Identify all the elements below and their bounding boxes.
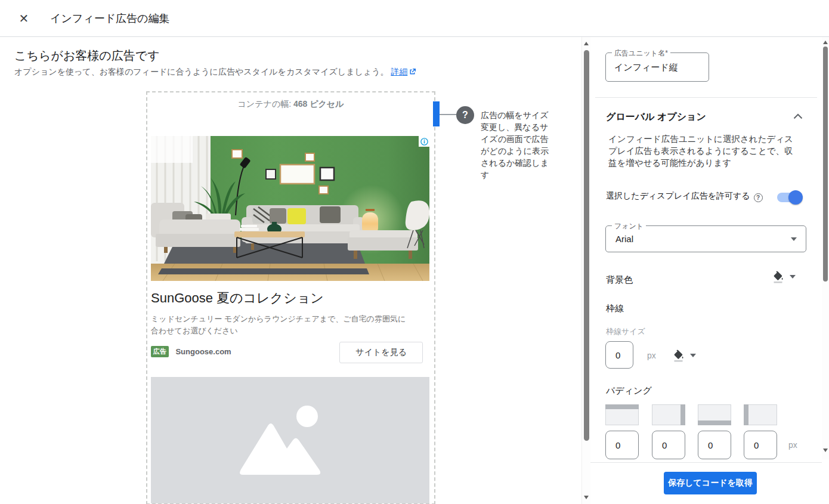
ad-badge: 広告 — [151, 346, 169, 357]
adchoices-info-icon[interactable] — [419, 136, 429, 147]
sidebar-scrollbar[interactable] — [822, 37, 829, 459]
padding-left-input[interactable] — [744, 431, 777, 459]
feed-content-placeholder — [151, 377, 429, 504]
image-placeholder-icon — [231, 400, 350, 483]
border-size-input[interactable] — [605, 341, 633, 369]
padding-px-label: px — [788, 440, 797, 450]
ad-container: コンテナの幅: 468 ピクセル — [146, 91, 435, 504]
container-width-value: 468 ピクセル — [293, 99, 344, 109]
ad-preview: SunGoose 夏のコレクション ミッドセンチュリー モダンからラウンジチェア… — [151, 136, 429, 362]
chevron-up-icon[interactable] — [793, 111, 805, 120]
ad-title: SunGoose 夏のコレクション — [151, 289, 429, 307]
allow-display-ads-label: 選択したディスプレイ広告を許可する? — [606, 191, 763, 202]
border-color-arrow-icon[interactable] — [690, 354, 696, 357]
sidebar-scrollbar-thumb[interactable] — [823, 47, 828, 282]
background-color-label: 背景色 — [606, 274, 633, 286]
width-resize-handle[interactable] — [433, 101, 440, 126]
padding-bottom-diagram[interactable] — [698, 404, 731, 425]
background-color-arrow-icon[interactable] — [790, 275, 796, 279]
ad-advertiser: Sungoose.com — [175, 347, 231, 356]
ad-unit-name-field[interactable]: 広告ユニット名* インフィード縦 — [605, 52, 709, 82]
preview-subtitle: オプションを使って、お客様のフィードに合うように広告やスタイルをカスタマイズしま… — [14, 67, 416, 78]
scroll-down-icon[interactable] — [582, 493, 590, 502]
close-icon[interactable]: ✕ — [17, 12, 30, 25]
save-and-get-code-button[interactable]: 保存してコードを取得 — [664, 472, 757, 494]
scroll-up-icon[interactable] — [822, 38, 829, 47]
toggle-knob — [788, 190, 803, 205]
padding-top-input[interactable] — [605, 431, 639, 459]
subtitle-text: オプションを使って、お客様のフィードに合うように広告やスタイルをカスタマイズしま… — [14, 67, 388, 76]
options-sidebar: 広告ユニット名* インフィード縦 グローバル オプション インフィード広告ユニッ… — [590, 37, 822, 504]
visit-site-button[interactable]: サイトを見る — [339, 342, 423, 363]
padding-top-bar — [605, 404, 639, 409]
global-options-title: グローバル オプション — [606, 111, 706, 123]
padding-bottom-input[interactable] — [698, 431, 731, 459]
padding-left-diagram[interactable] — [744, 404, 777, 425]
toggle-label-text: 選択したディスプレイ広告を許可する — [606, 191, 750, 200]
resize-tooltip-text: 広告の幅をサイズ変更し、異なるサイズの画面で広告がどのように表示されるか確認しま… — [481, 109, 555, 181]
ad-description: ミッドセンチュリー モダンからラウンジチェアまで、ご自宅の雰囲気に合わせてお選び… — [151, 313, 413, 337]
infeed-ad-editor: ✕ インフィード広告の編集 こちらがお客様の広告です オプションを使って、お客様… — [0, 0, 829, 504]
padding-right-diagram[interactable] — [652, 404, 685, 425]
border-size-label: 枠線サイズ — [606, 326, 645, 337]
living-room-image — [151, 136, 429, 281]
ad-meta-row: 広告 Sungoose.com サイトを見る — [151, 345, 429, 362]
global-options-description: インフィード広告ユニットに選択されたディスプレイ広告も表示されるようにすることで… — [608, 133, 796, 169]
top-bar: ✕ インフィード広告の編集 — [0, 0, 829, 37]
padding-bottom-bar — [698, 420, 731, 425]
container-width-text: コンテナの幅: — [238, 99, 292, 109]
divider — [595, 97, 817, 98]
border-label: 枠線 — [606, 303, 624, 314]
preview-heading: こちらがお客様の広告です — [14, 48, 160, 64]
page-title: インフィード広告の編集 — [50, 11, 170, 26]
tooltip-connector-line — [440, 114, 457, 115]
learn-more-link[interactable]: 詳細 — [391, 67, 407, 76]
background-paint-bucket-icon[interactable] — [772, 271, 784, 286]
ad-hero-image — [151, 136, 429, 281]
external-link-icon — [409, 67, 416, 77]
ad-unit-name-label: 広告ユニット名* — [612, 48, 670, 58]
padding-label: パディング — [606, 385, 652, 397]
padding-left-bar — [744, 404, 748, 425]
footer-divider — [590, 462, 822, 463]
border-paint-bucket-icon[interactable] — [673, 350, 684, 364]
border-px-label: px — [647, 351, 656, 360]
question-mark-icon[interactable]: ? — [456, 106, 474, 124]
font-select[interactable]: フォント Arial — [605, 225, 806, 252]
dropdown-arrow-icon — [791, 237, 797, 241]
padding-right-bar — [680, 404, 685, 425]
help-icon[interactable]: ? — [754, 193, 763, 202]
scroll-down-icon[interactable] — [822, 446, 829, 454]
preview-area: こちらがお客様の広告です オプションを使って、お客様のフィードに合うように広告や… — [0, 37, 581, 504]
padding-right-input[interactable] — [652, 431, 685, 459]
container-width-label: コンテナの幅: 468 ピクセル — [147, 99, 434, 110]
main-scrollbar-thumb[interactable] — [584, 50, 589, 441]
padding-top-diagram[interactable] — [605, 404, 639, 425]
scroll-up-icon[interactable] — [582, 39, 590, 48]
allow-display-ads-toggle[interactable] — [777, 193, 801, 202]
font-select-label: フォント — [612, 221, 646, 231]
main-scrollbar[interactable] — [581, 37, 590, 504]
